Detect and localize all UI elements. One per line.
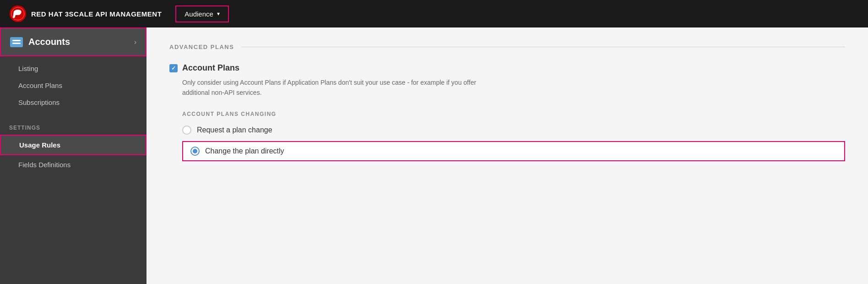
account-plans-checkbox[interactable] bbox=[169, 64, 178, 72]
sidebar-subnav: Listing Account Plans Subscriptions bbox=[0, 56, 146, 115]
sidebar-settings-box: Usage Rules bbox=[0, 135, 146, 155]
advanced-plans-divider: ADVANCED PLANS bbox=[169, 44, 845, 50]
plan-change-radio-group: Request a plan change Change the plan di… bbox=[182, 126, 845, 161]
main-layout: Accounts › Listing Account Plans Subscri… bbox=[0, 27, 868, 284]
main-content: ADVANCED PLANS Account Plans Only consid… bbox=[146, 27, 868, 284]
account-plans-description: Only consider using Account Plans if App… bbox=[182, 77, 503, 98]
sidebar-item-accounts[interactable]: Accounts › bbox=[0, 27, 146, 56]
sidebar-item-listing[interactable]: Listing bbox=[0, 60, 146, 77]
radio-request-plan-change[interactable]: Request a plan change bbox=[182, 126, 845, 135]
logo-text: RED HAT 3SCALE API MANAGEMENT bbox=[31, 10, 162, 18]
advanced-plans-label: ADVANCED PLANS bbox=[169, 44, 234, 50]
sidebar-item-usage-rules[interactable]: Usage Rules bbox=[1, 136, 146, 154]
redhat-logo-icon bbox=[9, 5, 27, 22]
audience-label: Audience bbox=[184, 10, 213, 18]
sidebar-settings-section: Settings Usage Rules Fields Definitions bbox=[0, 119, 146, 173]
sidebar: Accounts › Listing Account Plans Subscri… bbox=[0, 27, 146, 284]
radio-request-icon bbox=[182, 126, 191, 135]
sidebar-item-account-plans[interactable]: Account Plans bbox=[0, 77, 146, 94]
radio-request-label: Request a plan change bbox=[197, 126, 272, 134]
account-plans-changing-label: ACCOUNT PLANS CHANGING bbox=[182, 111, 845, 117]
radio-change-directly[interactable]: Change the plan directly bbox=[182, 141, 845, 161]
sidebar-settings-header: Settings bbox=[0, 119, 146, 134]
divider-line bbox=[241, 47, 845, 47]
account-plans-checkbox-label: Account Plans bbox=[182, 63, 239, 73]
audience-button[interactable]: Audience ▾ bbox=[175, 5, 229, 22]
accounts-label: Accounts bbox=[28, 37, 129, 47]
radio-direct-label: Change the plan directly bbox=[205, 147, 284, 155]
accounts-icon bbox=[10, 37, 23, 47]
sidebar-item-subscriptions[interactable]: Subscriptions bbox=[0, 94, 146, 111]
audience-chevron-icon: ▾ bbox=[217, 11, 220, 17]
radio-direct-icon bbox=[190, 147, 200, 156]
top-navigation: RED HAT 3SCALE API MANAGEMENT Audience ▾ bbox=[0, 0, 868, 27]
logo-area: RED HAT 3SCALE API MANAGEMENT bbox=[9, 5, 162, 22]
account-plans-checkbox-row: Account Plans bbox=[169, 63, 845, 73]
accounts-expand-icon: › bbox=[134, 38, 136, 46]
radio-direct-inner bbox=[193, 149, 197, 153]
sidebar-item-fields-definitions[interactable]: Fields Definitions bbox=[0, 156, 146, 173]
